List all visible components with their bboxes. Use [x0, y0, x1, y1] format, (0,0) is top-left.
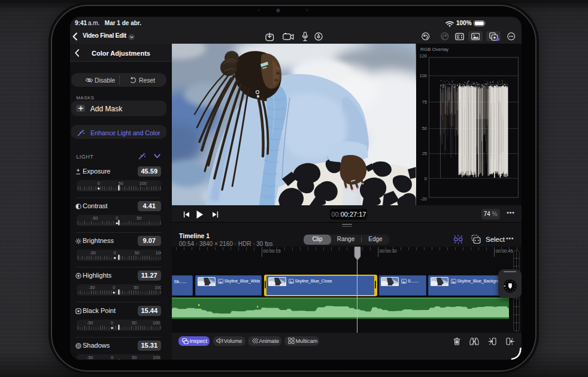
svg-text:50: 50 [132, 320, 137, 326]
svg-text:50: 50 [132, 355, 137, 360]
svg-text:120: 120 [419, 53, 427, 59]
svg-text:100: 100 [139, 181, 146, 186]
svg-text:0: 0 [424, 176, 426, 181]
svg-text:0: 0 [111, 355, 113, 360]
svg-text:50: 50 [422, 126, 426, 131]
svg-text:-50: -50 [86, 320, 92, 326]
svg-text:100: 100 [154, 285, 161, 290]
svg-text:-50: -50 [89, 285, 95, 290]
svg-text:100: 100 [153, 320, 160, 326]
svg-text:-50: -50 [92, 215, 98, 221]
svg-text:50: 50 [118, 181, 123, 186]
svg-text:0: 0 [116, 215, 118, 221]
svg-text:100: 100 [155, 250, 160, 256]
svg-text:-50: -50 [89, 250, 95, 256]
svg-text:-20: -20 [420, 196, 427, 202]
svg-text:0: 0 [113, 250, 116, 256]
svg-text:0: 0 [111, 320, 113, 326]
svg-text:RGB Overlay: RGB Overlay [420, 47, 448, 52]
svg-text:0: 0 [97, 181, 99, 186]
svg-text:100: 100 [419, 73, 427, 78]
svg-text:25: 25 [422, 151, 426, 156]
svg-text:0: 0 [113, 285, 115, 290]
svg-text:100: 100 [153, 355, 160, 360]
svg-text:-50: -50 [87, 355, 93, 360]
svg-text:50: 50 [137, 215, 141, 221]
svg-text:50: 50 [134, 250, 139, 256]
svg-text:75: 75 [422, 99, 426, 105]
svg-text:50: 50 [134, 285, 138, 290]
